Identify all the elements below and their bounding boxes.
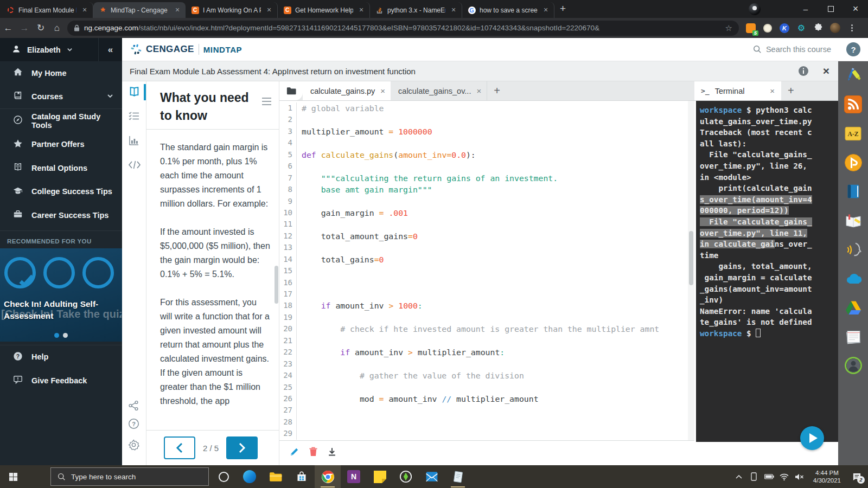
edit-pencil-icon[interactable]: [289, 447, 299, 459]
sidebar-item-help[interactable]: ?Help: [0, 345, 122, 369]
sidebar-item-partner-offers[interactable]: Partner Offers: [0, 133, 122, 157]
settings-gear-icon[interactable]: [128, 439, 139, 453]
collapse-sidebar-button[interactable]: «: [98, 38, 122, 61]
refresh-icon[interactable]: ↻: [33, 22, 49, 34]
run-code-button[interactable]: [800, 426, 824, 450]
clock[interactable]: 4:44 PM 4/30/2021: [813, 469, 841, 484]
help-circle-icon[interactable]: ?: [128, 418, 139, 432]
code-area[interactable]: 1# global variable23multiplier_amount = …: [279, 101, 688, 440]
maximize-button[interactable]: [818, 4, 843, 14]
share-icon[interactable]: [128, 400, 139, 413]
back-icon[interactable]: ←: [0, 23, 16, 34]
start-button[interactable]: [0, 465, 26, 488]
dictionary-az-icon[interactable]: A-Z: [844, 124, 863, 143]
browser-tab[interactable]: Ghow to save a screenshot on w×: [462, 2, 554, 18]
reading-view-icon[interactable]: [128, 86, 141, 100]
home-icon[interactable]: ⌂: [49, 23, 65, 34]
onenote-icon[interactable]: N: [341, 465, 367, 488]
code-view-icon[interactable]: [128, 159, 141, 173]
forward-icon[interactable]: →: [16, 23, 33, 34]
tab-close-icon[interactable]: ×: [80, 6, 89, 15]
help-button[interactable]: ?: [846, 42, 860, 56]
cortana-icon[interactable]: [210, 465, 237, 488]
sidebar-item-courses[interactable]: Courses: [0, 85, 122, 109]
tab-close-icon[interactable]: ×: [357, 6, 366, 15]
puzzle-extensions-icon[interactable]: [813, 23, 824, 34]
sidebar-item-college-success-tips[interactable]: College Success Tips: [0, 180, 122, 204]
bookmark-star-icon[interactable]: ☆: [725, 23, 732, 33]
terminal-tab[interactable]: >_ Terminal ×: [694, 81, 781, 100]
tab-close-icon[interactable]: ×: [770, 86, 775, 95]
mail-icon[interactable]: [419, 465, 445, 488]
new-terminal-button[interactable]: +: [781, 85, 801, 97]
bulb-extension-icon[interactable]: [762, 23, 773, 34]
profile-icon[interactable]: [844, 356, 863, 375]
close-button[interactable]: ×: [843, 3, 868, 15]
notes-icon[interactable]: [844, 327, 863, 346]
powernotes-icon[interactable]: [844, 153, 863, 172]
honey-extension-icon[interactable]: 5: [745, 23, 756, 34]
promo-card[interactable]: [Check In! Take the quiz!] Check In! Adu…: [0, 248, 122, 342]
notification-center-icon[interactable]: 2: [850, 472, 864, 481]
volume-muted-icon[interactable]: [795, 473, 805, 480]
tab-close-icon[interactable]: ×: [449, 6, 458, 15]
menu-dots-icon[interactable]: [846, 23, 857, 34]
account-avatar[interactable]: [829, 23, 840, 34]
editor-tab-calculate-gains-over[interactable]: calculate_gains_ov...×: [391, 81, 487, 100]
sidebar-item-my-home[interactable]: My Home: [0, 61, 122, 85]
cengage-logo[interactable]: CENGAGE MINDTAP: [131, 44, 242, 55]
store-icon[interactable]: [289, 465, 315, 488]
readspeaker-icon[interactable]: [844, 240, 863, 259]
user-menu[interactable]: Elizabeth «: [0, 38, 122, 61]
k-extension-icon[interactable]: K: [779, 23, 790, 34]
download-icon[interactable]: [327, 447, 337, 459]
sidebar-item-rental-options[interactable]: Rental Options: [0, 156, 122, 180]
tab-close-icon[interactable]: ×: [173, 6, 182, 15]
minimize-button[interactable]: –: [793, 4, 818, 14]
google-drive-icon[interactable]: [844, 298, 863, 317]
checklist-icon[interactable]: [128, 110, 140, 124]
browser-tab[interactable]: python 3.x - NameError: name×: [370, 2, 462, 18]
editor-tab-calculate-gains[interactable]: calculate_gains.py×: [303, 81, 391, 100]
browser-profile-avatar[interactable]: [749, 3, 761, 15]
reader-scrollbar[interactable]: [275, 266, 278, 304]
search-course[interactable]: Search this course: [753, 45, 831, 54]
ebook-icon[interactable]: [844, 182, 863, 201]
sidebar-item-career-success-tips[interactable]: Career Success Tips: [0, 203, 122, 227]
annotate-pen-icon[interactable]: [844, 66, 863, 85]
tab-close-icon[interactable]: ×: [541, 6, 550, 15]
browser-tab[interactable]: CI Am Working On A Project In×: [186, 2, 278, 18]
reader-menu-icon[interactable]: [262, 98, 271, 105]
close-activity-icon[interactable]: ×: [823, 65, 829, 78]
rss-feed-icon[interactable]: [844, 95, 863, 114]
sidebar-item-catalog-and-study-tools[interactable]: Catalog and Study Tools: [0, 109, 122, 133]
chrome-icon[interactable]: [315, 465, 341, 488]
taskbar-search-input[interactable]: Type here to search: [50, 467, 209, 486]
terminal-output[interactable]: workspace $ python3 calculate_gains_over…: [696, 101, 838, 442]
url-input[interactable]: ng.cengage.com/static/nb/ui/evo/index.ht…: [67, 21, 739, 36]
sidebar-item-give-feedback[interactable]: Give Feedback: [0, 369, 122, 393]
tab-close-icon[interactable]: ×: [380, 86, 385, 95]
browser-tab[interactable]: Final Exam Module Lab Asses×: [1, 2, 93, 18]
study-center-icon[interactable]: [844, 211, 863, 230]
browser-tab[interactable]: *MindTap - Cengage Learning×: [93, 2, 186, 18]
new-tab-button[interactable]: +: [560, 3, 566, 15]
tab-close-icon[interactable]: ×: [265, 6, 273, 15]
edge-icon[interactable]: [237, 465, 263, 488]
tab-close-icon[interactable]: ×: [476, 86, 481, 95]
wifi-icon[interactable]: [780, 473, 789, 480]
onedrive-icon[interactable]: [844, 269, 863, 288]
gear-extension-icon[interactable]: ⚙: [796, 23, 807, 34]
progress-chart-icon[interactable]: [128, 134, 140, 149]
browser-tab[interactable]: CGet Homework Help With Che×: [278, 2, 370, 18]
next-page-button[interactable]: [226, 436, 258, 459]
file-explorer-icon[interactable]: [263, 465, 289, 488]
notepad-icon[interactable]: [445, 465, 471, 488]
carousel-dots[interactable]: [0, 333, 122, 338]
phone-icon[interactable]: [749, 472, 759, 481]
editor-scrollbar[interactable]: [688, 101, 694, 440]
tray-chevron-up-icon[interactable]: [734, 474, 744, 479]
sticky-notes-icon[interactable]: [367, 465, 393, 488]
new-file-button[interactable]: +: [487, 85, 507, 97]
file-tree-button[interactable]: [279, 81, 303, 100]
